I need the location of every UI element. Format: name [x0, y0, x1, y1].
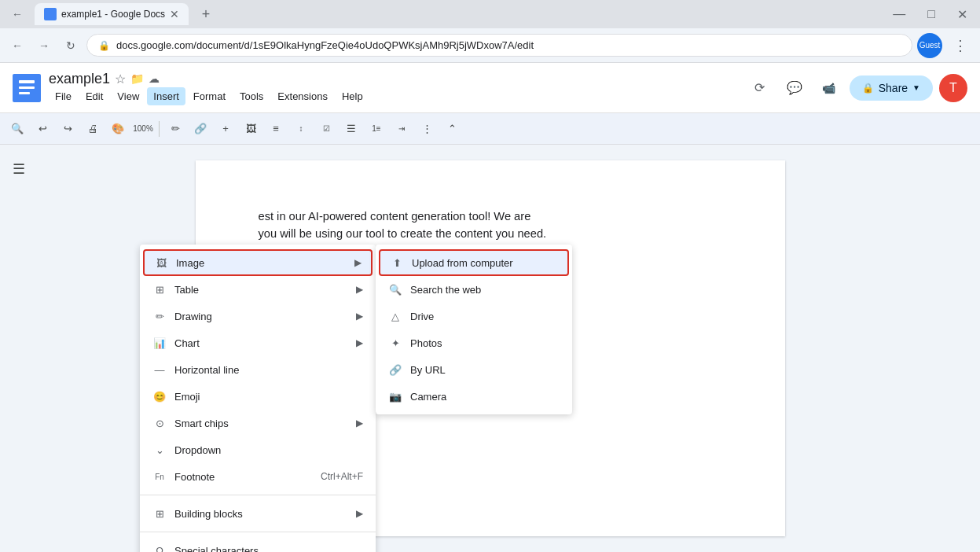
- dropdown-menu-icon: ⌄: [152, 443, 167, 457]
- toolbar-align[interactable]: ≡: [265, 118, 287, 140]
- docs-icon: [13, 74, 41, 102]
- nav-refresh-button[interactable]: ↻: [60, 35, 82, 57]
- menu-view[interactable]: View: [111, 87, 145, 105]
- history-button[interactable]: ⟳: [746, 74, 774, 102]
- toolbar-print-icon: 🖨: [88, 123, 98, 134]
- share-button[interactable]: 🔒 Share ▼: [850, 75, 933, 101]
- link-icon: 🔗: [194, 123, 207, 134]
- back-icon: ←: [12, 8, 23, 20]
- nav-refresh-icon: ↻: [66, 39, 75, 52]
- menu-extensions[interactable]: Extensions: [271, 87, 334, 105]
- toolbar-redo[interactable]: ↪: [57, 118, 79, 140]
- menu-file[interactable]: File: [49, 87, 78, 105]
- toolbar-link-icon[interactable]: 🔗: [189, 118, 211, 140]
- toolbar-paint-icon: 🎨: [112, 123, 124, 134]
- new-tab-button[interactable]: +: [195, 3, 217, 25]
- toolbar-search[interactable]: 🔍: [6, 118, 28, 140]
- checklist-icon: ☑: [323, 124, 330, 133]
- toolbar-pen-icon[interactable]: ✏: [164, 118, 186, 140]
- toolbar-print[interactable]: 🖨: [82, 118, 104, 140]
- docs-toolbar: 🔍 ↩ ↪ 🖨 🎨 100% ✏ 🔗 + 🖼 ≡ ↕ ☑ ☰ 1≡ ⇥ ⋮ ⌃: [0, 113, 980, 145]
- share-label: Share: [879, 82, 908, 94]
- toolbar-collapse[interactable]: ⌃: [441, 118, 463, 140]
- cloud-icon[interactable]: ☁: [149, 72, 160, 85]
- menu-item-special-characters[interactable]: Ω Special characters: [140, 537, 376, 552]
- lock-icon: 🔒: [98, 40, 110, 51]
- toolbar-numbering[interactable]: 1≡: [365, 118, 387, 140]
- svg-rect-1: [19, 80, 35, 83]
- docs-header: example1 ☆ 📁 ☁ File Edit View Insert For…: [0, 63, 980, 113]
- sidebar-toggle-button[interactable]: ☰: [13, 160, 25, 178]
- toolbar-redo-icon: ↪: [64, 123, 72, 134]
- doc-content: est in our AI-powered content generation…: [259, 208, 722, 432]
- toolbar-image-icon[interactable]: 🖼: [240, 118, 262, 140]
- star-icon[interactable]: ☆: [115, 72, 126, 86]
- toolbar-checklist[interactable]: ☑: [315, 118, 337, 140]
- meet-button[interactable]: 📹: [815, 74, 843, 102]
- minimize-button[interactable]: —: [886, 4, 912, 24]
- comment-icon: 💬: [787, 80, 802, 95]
- toolbar-indent[interactable]: ⇥: [391, 118, 413, 140]
- toolbar-undo-icon: ↩: [39, 123, 47, 134]
- meet-icon: 📹: [822, 82, 835, 94]
- nav-forward-button[interactable]: →: [33, 35, 55, 57]
- chart-menu-icon: 📊: [152, 336, 167, 350]
- menu-edit[interactable]: Edit: [79, 87, 109, 105]
- table-menu-icon: ⊞: [152, 282, 167, 296]
- emoji-menu-icon: 😊: [152, 389, 167, 403]
- plus-icon: +: [222, 123, 229, 134]
- image-menu-icon: 🖼: [154, 256, 168, 270]
- profile-label: Guest: [919, 41, 941, 50]
- browser-more-button[interactable]: ⋮: [947, 34, 974, 57]
- share-arrow-icon: ▼: [912, 83, 920, 92]
- smart-chips-menu-icon: ⊙: [152, 416, 167, 430]
- toolbar-divider-1: [159, 121, 160, 137]
- menu-tools[interactable]: Tools: [233, 87, 270, 105]
- doc-page[interactable]: est in our AI-powered content generation…: [196, 160, 785, 536]
- toolbar-search-icon: 🔍: [11, 123, 24, 134]
- profile-button[interactable]: Guest: [917, 33, 942, 58]
- toolbar-zoom[interactable]: 100%: [132, 118, 154, 140]
- browser-tab[interactable]: example1 - Google Docs ✕: [35, 3, 189, 25]
- toolbar-plus-icon[interactable]: +: [215, 118, 237, 140]
- nav-back-icon: ←: [12, 39, 23, 52]
- pen-icon: ✏: [171, 123, 180, 134]
- collapse-icon: ⌃: [448, 123, 457, 134]
- toolbar-bullets[interactable]: ☰: [340, 118, 362, 140]
- comment-button[interactable]: 💬: [780, 74, 809, 102]
- maximize-button[interactable]: □: [921, 4, 941, 24]
- toolbar-spacing[interactable]: ↕: [290, 118, 312, 140]
- user-avatar[interactable]: T: [939, 74, 967, 102]
- special-chars-menu-icon: Ω: [152, 543, 167, 552]
- toolbar-undo[interactable]: ↩: [31, 118, 53, 140]
- toolbar-paint[interactable]: 🎨: [107, 118, 129, 140]
- avatar-letter: T: [949, 81, 957, 95]
- more-formatting-icon: ⋮: [422, 123, 432, 134]
- folder-icon[interactable]: 📁: [130, 72, 144, 85]
- bullets-icon: ☰: [347, 123, 356, 134]
- nav-back-button[interactable]: ←: [6, 35, 28, 57]
- address-bar[interactable]: 🔒 docs.google.com/document/d/1sE9OlkaHyn…: [86, 34, 912, 57]
- tab-title: example1 - Google Docs: [61, 9, 165, 20]
- tab-favicon: [44, 8, 57, 20]
- docs-filename[interactable]: example1: [49, 71, 110, 87]
- numbering-icon: 1≡: [372, 124, 380, 133]
- menu-insert[interactable]: Insert: [147, 87, 185, 105]
- tab-close-button[interactable]: ✕: [170, 8, 179, 20]
- image-icon: 🖼: [246, 123, 256, 134]
- history-icon: ⟳: [754, 80, 765, 95]
- spacing-icon: ↕: [299, 124, 303, 133]
- menu-format[interactable]: Format: [187, 87, 232, 105]
- docs-title-area: example1 ☆ 📁 ☁ File Edit View Insert For…: [49, 71, 738, 105]
- browser-title-bar: ← example1 - Google Docs ✕ + — □ ✕: [0, 0, 980, 28]
- align-icon: ≡: [273, 123, 279, 134]
- browser-frame: ← example1 - Google Docs ✕ + — □ ✕ ← → ↻…: [0, 0, 980, 552]
- back-button[interactable]: ←: [6, 3, 28, 25]
- toolbar-more-formatting[interactable]: ⋮: [416, 118, 438, 140]
- header-icons: ⟳ 💬 📹 🔒 Share ▼ T: [746, 74, 967, 102]
- hline-menu-icon: —: [152, 362, 167, 377]
- close-button[interactable]: ✕: [951, 4, 974, 25]
- docs-app: example1 ☆ 📁 ☁ File Edit View Insert For…: [0, 63, 980, 552]
- nav-forward-icon: →: [39, 39, 50, 52]
- menu-help[interactable]: Help: [336, 87, 369, 105]
